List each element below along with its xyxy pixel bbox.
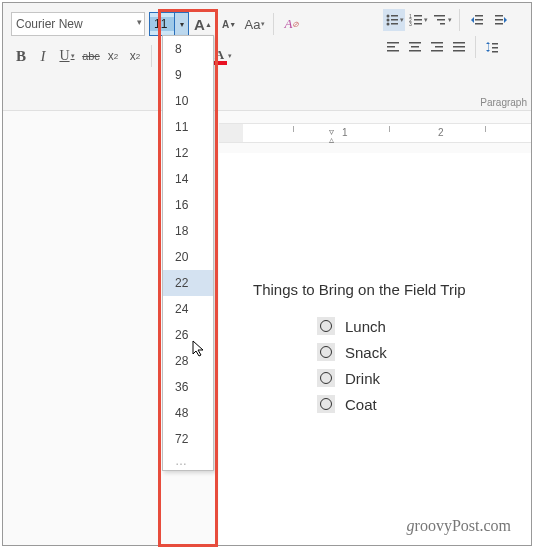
svg-rect-21 <box>387 42 399 44</box>
svg-rect-25 <box>411 46 419 48</box>
svg-rect-32 <box>453 50 465 52</box>
chevron-down-icon: ▾ <box>448 16 452 24</box>
svg-point-0 <box>386 15 389 18</box>
shrink-font-button[interactable]: A▼ <box>217 12 241 36</box>
radio-bullet-icon <box>317 317 335 335</box>
numbering-icon: 123 <box>409 13 423 27</box>
font-size-option[interactable]: 12 <box>163 140 213 166</box>
multilevel-icon <box>433 13 447 27</box>
font-size-combo[interactable]: 11 ▾ <box>149 12 189 36</box>
svg-rect-5 <box>391 23 398 25</box>
font-size-value: 11 <box>150 17 174 31</box>
align-center-button[interactable] <box>405 35 425 59</box>
underline-button[interactable]: U▾ <box>55 44 79 68</box>
font-size-option[interactable]: 20 <box>163 244 213 270</box>
bullets-icon <box>385 13 399 27</box>
justify-button[interactable] <box>449 35 469 59</box>
radio-bullet-icon <box>317 395 335 413</box>
indent-marker-icon[interactable]: ▵ <box>329 134 334 145</box>
change-case-button[interactable]: Aa▾ <box>243 12 267 36</box>
list-item-label: Coat <box>345 396 377 413</box>
font-size-dropdown[interactable]: 891011121416182022242628364872… <box>162 35 214 471</box>
line-spacing-icon <box>485 40 499 54</box>
ruler[interactable]: ▿ ▵ 1 2 <box>219 123 531 143</box>
increase-indent-button[interactable] <box>490 9 512 31</box>
chevron-down-icon: ▾ <box>228 52 232 60</box>
font-size-option[interactable]: 11 <box>163 114 213 140</box>
svg-rect-9 <box>414 19 422 21</box>
font-size-option[interactable]: 72 <box>163 426 213 452</box>
font-size-option[interactable]: 36 <box>163 374 213 400</box>
font-size-option[interactable]: 14 <box>163 166 213 192</box>
font-size-option[interactable]: 26 <box>163 322 213 348</box>
ruler-tick: 1 <box>342 127 348 138</box>
svg-rect-15 <box>475 15 483 17</box>
numbering-button[interactable]: 123 ▾ <box>407 9 429 31</box>
font-size-option[interactable]: 48 <box>163 400 213 426</box>
svg-rect-35 <box>492 47 498 49</box>
list-item: Coat <box>317 391 387 417</box>
clear-formatting-button[interactable]: A ⊘ <box>280 12 304 36</box>
separator <box>475 36 476 58</box>
font-size-option[interactable]: 22 <box>163 270 213 296</box>
svg-rect-36 <box>492 51 498 53</box>
font-size-option[interactable]: 18 <box>163 218 213 244</box>
list-item-label: Lunch <box>345 318 386 335</box>
bullets-button[interactable]: ▾ <box>383 9 405 31</box>
font-color-icon <box>213 61 227 65</box>
svg-rect-24 <box>409 42 421 44</box>
list-item: Snack <box>317 339 387 365</box>
radio-bullet-icon <box>317 369 335 387</box>
justify-icon <box>452 41 466 53</box>
font-size-option[interactable]: 9 <box>163 62 213 88</box>
svg-point-4 <box>386 23 389 26</box>
decrease-indent-button[interactable] <box>466 9 488 31</box>
grow-font-button[interactable]: A▲ <box>191 12 215 36</box>
svg-rect-31 <box>453 46 465 48</box>
italic-button[interactable]: I <box>33 44 53 68</box>
list-item-label: Drink <box>345 370 380 387</box>
font-size-option[interactable]: 8 <box>163 36 213 62</box>
chevron-down-icon: ▾ <box>137 17 142 27</box>
document-area[interactable]: Things to Bring on the Field Trip LunchS… <box>219 153 531 545</box>
document-heading: Things to Bring on the Field Trip <box>253 281 466 298</box>
line-spacing-button[interactable] <box>482 35 502 59</box>
font-size-option-more: … <box>163 452 213 470</box>
align-right-icon <box>430 41 444 53</box>
svg-rect-18 <box>495 15 503 17</box>
strikethrough-button[interactable]: abc <box>81 44 101 68</box>
svg-rect-11 <box>414 23 422 25</box>
svg-rect-22 <box>387 46 395 48</box>
chevron-down-icon: ▾ <box>261 20 265 28</box>
chevron-down-icon: ▾ <box>400 16 404 24</box>
separator <box>273 13 274 35</box>
list-item: Drink <box>317 365 387 391</box>
bold-button[interactable]: B <box>11 44 31 68</box>
svg-rect-7 <box>414 15 422 17</box>
radio-bullet-icon <box>317 343 335 361</box>
list-item-label: Snack <box>345 344 387 361</box>
svg-rect-26 <box>409 50 421 52</box>
superscript-button[interactable]: x2 <box>125 44 145 68</box>
subscript-button[interactable]: x2 <box>103 44 123 68</box>
svg-rect-14 <box>440 23 445 25</box>
font-size-option[interactable]: 24 <box>163 296 213 322</box>
separator <box>151 45 152 67</box>
svg-point-2 <box>386 19 389 22</box>
font-size-option[interactable]: 16 <box>163 192 213 218</box>
multilevel-list-button[interactable]: ▾ <box>431 9 453 31</box>
svg-rect-17 <box>475 23 483 25</box>
svg-rect-12 <box>434 15 445 17</box>
svg-rect-20 <box>495 23 503 25</box>
align-left-button[interactable] <box>383 35 403 59</box>
outdent-icon <box>470 13 484 27</box>
svg-rect-23 <box>387 50 399 52</box>
ruler-tick: 2 <box>438 127 444 138</box>
font-size-option[interactable]: 28 <box>163 348 213 374</box>
font-name-combo[interactable]: Courier New ▾ <box>11 12 145 36</box>
chevron-down-icon[interactable]: ▾ <box>174 13 188 35</box>
svg-rect-28 <box>435 46 443 48</box>
font-size-option[interactable]: 10 <box>163 88 213 114</box>
svg-rect-29 <box>431 50 443 52</box>
align-right-button[interactable] <box>427 35 447 59</box>
